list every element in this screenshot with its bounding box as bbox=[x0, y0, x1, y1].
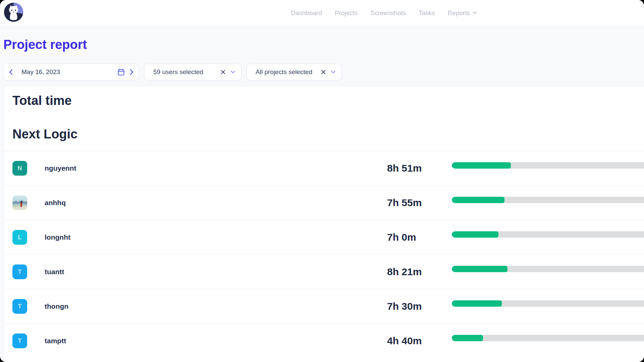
nav-dashboard[interactable]: Dashboard bbox=[291, 9, 322, 17]
nav-reports-label: Reports bbox=[448, 9, 470, 17]
progress-track bbox=[452, 231, 644, 238]
progress-fill bbox=[452, 231, 498, 238]
time-value: 7h 30m bbox=[387, 289, 422, 323]
app-window: Dashboard Projects Screenshots Tasks Rep… bbox=[0, 0, 644, 362]
user-avatar: L bbox=[12, 230, 27, 245]
section-title: Total time bbox=[12, 94, 72, 108]
user-avatar: N bbox=[12, 161, 27, 176]
next-day-button[interactable] bbox=[130, 69, 133, 75]
user-row: anhhq 7h 55m bbox=[4, 185, 644, 220]
top-navbar: Dashboard Projects Screenshots Tasks Rep… bbox=[0, 0, 644, 26]
nav-screenshots[interactable]: Screenshots bbox=[371, 9, 406, 17]
progress-track bbox=[452, 162, 644, 169]
progress-track bbox=[452, 335, 644, 341]
chevron-down-icon bbox=[331, 70, 336, 74]
total-time-card: Total time Next Logic N nguyennt 8h 51m bbox=[3, 86, 644, 362]
cat-logo[interactable] bbox=[4, 3, 23, 22]
time-value: 4h 40m bbox=[387, 324, 422, 358]
progress-fill bbox=[452, 266, 507, 272]
user-row: T tamptt 4h 40m bbox=[4, 323, 644, 358]
progress-fill bbox=[452, 335, 483, 341]
open-calendar-button[interactable] bbox=[117, 68, 125, 76]
users-clear-button[interactable] bbox=[220, 69, 226, 75]
user-name: tuantt bbox=[45, 255, 64, 289]
progress-fill bbox=[452, 162, 511, 169]
chevron-down-icon bbox=[230, 70, 235, 74]
user-avatar-photo bbox=[12, 195, 27, 210]
chevron-right-icon bbox=[130, 69, 133, 75]
progress-track bbox=[452, 197, 644, 203]
progress-track bbox=[452, 300, 644, 307]
date-filter[interactable]: May 16, 2023 bbox=[3, 64, 139, 80]
calendar-icon bbox=[117, 68, 125, 76]
chevron-left-icon bbox=[9, 69, 13, 75]
user-name: tamptt bbox=[45, 324, 66, 358]
date-value: May 16, 2023 bbox=[21, 68, 60, 76]
projects-expand-button[interactable] bbox=[331, 70, 336, 74]
users-filter-value: 59 users selected bbox=[153, 68, 203, 76]
user-row: N nguyennt 8h 51m bbox=[4, 151, 644, 185]
user-name: longnht bbox=[45, 220, 70, 254]
user-row: L longnht 7h 0m bbox=[4, 220, 644, 254]
user-name: thongn bbox=[45, 289, 68, 323]
x-clear-icon bbox=[321, 69, 326, 75]
user-rows: N nguyennt 8h 51m anhhq 7h 55m bbox=[4, 151, 644, 358]
photo-board bbox=[18, 206, 27, 207]
time-value: 8h 51m bbox=[387, 151, 422, 185]
photo-person-head bbox=[20, 201, 22, 203]
user-avatar: T bbox=[12, 299, 27, 314]
photo-person bbox=[20, 202, 22, 207]
nav-tasks[interactable]: Tasks bbox=[419, 9, 435, 17]
user-avatar: T bbox=[12, 334, 27, 348]
projects-filter[interactable]: All projects selected bbox=[247, 64, 341, 80]
progress-track bbox=[452, 266, 644, 272]
time-value: 7h 55m bbox=[387, 186, 422, 220]
progress-fill bbox=[452, 197, 504, 203]
user-name: anhhq bbox=[45, 186, 66, 220]
projects-filter-value: All projects selected bbox=[256, 68, 312, 76]
users-filter[interactable]: 59 users selected bbox=[144, 64, 241, 80]
user-row: T thongn 7h 30m bbox=[4, 289, 644, 323]
time-value: 7h 0m bbox=[387, 220, 416, 254]
main-nav: Dashboard Projects Screenshots Tasks Rep… bbox=[291, 0, 477, 26]
project-group-title: Next Logic bbox=[12, 127, 77, 141]
users-expand-button[interactable] bbox=[230, 70, 235, 74]
time-value: 8h 21m bbox=[387, 255, 422, 289]
nav-projects[interactable]: Projects bbox=[335, 9, 358, 17]
chevron-down-icon bbox=[473, 11, 477, 14]
progress-fill bbox=[452, 300, 502, 307]
prev-day-button[interactable] bbox=[9, 69, 13, 75]
user-name: nguyennt bbox=[45, 151, 76, 185]
projects-clear-button[interactable] bbox=[321, 69, 326, 75]
cat-logo-icon bbox=[4, 3, 23, 22]
nav-reports[interactable]: Reports bbox=[448, 9, 477, 17]
page-title: Project report bbox=[3, 38, 87, 52]
user-row: T tuantt 8h 21m bbox=[4, 254, 644, 289]
user-avatar: T bbox=[12, 264, 27, 279]
x-clear-icon bbox=[220, 69, 226, 75]
